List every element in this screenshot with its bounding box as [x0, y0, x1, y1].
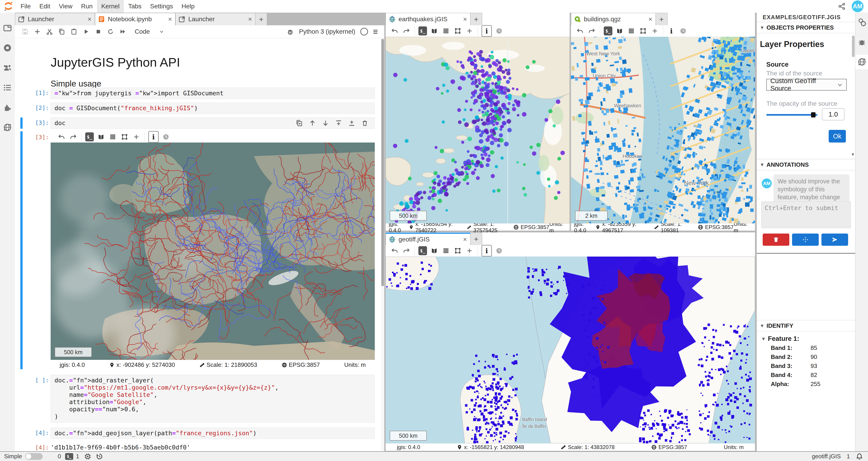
new-tab-button[interactable]: +	[470, 13, 482, 25]
grid-icon[interactable]	[108, 132, 117, 141]
copy-icon[interactable]	[57, 27, 66, 36]
ok-button[interactable]: Ok	[829, 130, 846, 142]
france-map[interactable]: 500 km	[51, 142, 375, 360]
run-icon[interactable]	[82, 27, 91, 36]
cut-icon[interactable]	[45, 27, 54, 36]
simple-mode-toggle[interactable]	[25, 453, 43, 460]
table-of-contents-icon[interactable]	[3, 83, 12, 92]
identify-feature-header[interactable]: ▾ Feature 1:	[757, 335, 855, 342]
menu-kernel[interactable]: Kernel	[97, 0, 124, 13]
temporal-icon[interactable]	[495, 26, 504, 35]
console-icon[interactable]: $_	[604, 26, 612, 35]
identify-icon[interactable]: i	[482, 25, 492, 37]
active-document-label[interactable]: geotiff.jGIS	[812, 453, 841, 460]
extent-icon[interactable]	[120, 132, 129, 141]
opacity-slider-handle[interactable]	[811, 112, 815, 118]
basemap-icon[interactable]	[430, 246, 439, 255]
close-icon[interactable]: ×	[458, 236, 467, 243]
opacity-slider[interactable]	[766, 114, 817, 116]
notebook-menu-icon[interactable]: ≡	[373, 29, 378, 34]
grid-icon[interactable]	[441, 246, 451, 255]
file-browser-icon[interactable]	[3, 24, 12, 33]
objects-properties-section-header[interactable]: ▾ OBJECTS PROPERTIES	[757, 22, 855, 33]
temporal-icon[interactable]	[679, 26, 688, 35]
tab-launcher-2[interactable]: Launcher ×	[176, 13, 255, 25]
tab-notebook[interactable]: Notebook.ipynb ×	[95, 13, 176, 25]
share-icon[interactable]	[838, 2, 846, 10]
basemap-icon[interactable]	[615, 26, 624, 35]
gis-properties-tab-active[interactable]	[855, 55, 868, 69]
user-avatar[interactable]: AM	[852, 0, 864, 12]
running-kernels-icon[interactable]	[3, 43, 12, 53]
temporal-icon[interactable]	[495, 246, 504, 255]
geotiff-map[interactable]: · Baffin Island · Île de Baffin 500 km	[385, 257, 755, 443]
extensions-icon[interactable]	[3, 103, 12, 112]
grid-icon[interactable]	[441, 26, 451, 35]
code-cell[interactable]: ="kw">from jupytergis ="kw">import GISDo…	[51, 88, 375, 99]
new-tab-button[interactable]: +	[255, 13, 267, 25]
basemap-icon[interactable]	[430, 26, 439, 35]
kernel-chip-icon[interactable]	[84, 453, 91, 460]
tab-earthquakes[interactable]: earthquakes.jGIS ×	[385, 13, 470, 25]
add-layer-icon[interactable]	[132, 132, 141, 141]
close-icon[interactable]: ×	[162, 15, 172, 23]
move-cell-down-icon[interactable]	[322, 120, 329, 127]
code-cell[interactable]: doc.="fn">add_geojson_layer(path="france…	[51, 428, 375, 439]
console-icon[interactable]: $_	[418, 246, 427, 255]
undo-icon[interactable]	[576, 26, 585, 35]
tab-launcher-1[interactable]: Launcher ×	[15, 13, 95, 25]
move-cell-up-icon[interactable]	[309, 120, 316, 127]
history-icon[interactable]	[96, 453, 103, 460]
annotations-section-header[interactable]: ▾ ANNOTATIONS	[757, 159, 855, 170]
close-icon[interactable]: ×	[643, 15, 652, 23]
undo-icon[interactable]	[390, 26, 399, 35]
redo-icon[interactable]	[69, 132, 78, 141]
notifications-bell-icon[interactable]	[856, 453, 863, 460]
save-icon[interactable]	[21, 27, 30, 36]
menu-settings[interactable]: Settings	[146, 0, 177, 13]
extent-icon[interactable]	[453, 26, 462, 35]
insert-cell-icon[interactable]	[33, 27, 42, 36]
gis-panel-icon[interactable]	[3, 123, 12, 132]
grid-icon[interactable]	[627, 26, 636, 35]
menu-file[interactable]: File	[16, 0, 35, 13]
new-tab-button[interactable]: +	[656, 13, 668, 25]
debugger-icon[interactable]	[286, 28, 294, 35]
undo-icon[interactable]	[390, 246, 399, 255]
notebook-scrollbar[interactable]	[381, 38, 384, 452]
undo-icon[interactable]	[57, 132, 66, 141]
console-icon[interactable]: $_	[418, 26, 427, 35]
extent-icon[interactable]	[639, 26, 648, 35]
add-layer-icon[interactable]	[465, 26, 474, 35]
earthquakes-map[interactable]: 500 km	[385, 37, 569, 223]
add-layer-icon[interactable]	[465, 246, 474, 255]
debugger-sidebar-icon[interactable]	[857, 37, 866, 46]
insert-cell-above-icon[interactable]	[335, 120, 342, 127]
center-annotation-button[interactable]	[792, 234, 819, 246]
delete-annotation-button[interactable]	[763, 234, 789, 246]
menu-tabs[interactable]: Tabs	[124, 0, 146, 13]
close-icon[interactable]: ×	[243, 15, 252, 23]
basemap-icon[interactable]	[96, 132, 105, 141]
identify-icon[interactable]: i	[667, 26, 676, 35]
identify-icon[interactable]: i	[482, 245, 492, 257]
annotation-input[interactable]	[761, 201, 851, 228]
source-select[interactable]: Custom GeoTiff Source	[766, 79, 847, 91]
menu-run[interactable]: Run	[77, 0, 97, 13]
console-icon[interactable]: $_	[85, 132, 94, 141]
tab-buildings[interactable]: buildings.qgz ×	[571, 13, 656, 25]
scroll-down-icon[interactable]: ▾	[852, 152, 854, 157]
new-tab-button[interactable]: +	[470, 233, 482, 245]
buildings-map[interactable]: West New York Union City Weehawken Hobok…	[571, 37, 755, 223]
extent-icon[interactable]	[453, 246, 462, 255]
collaborators-icon[interactable]	[3, 63, 12, 72]
run-all-icon[interactable]	[118, 27, 127, 36]
close-icon[interactable]: ×	[458, 15, 467, 23]
identify-section-header[interactable]: ▾ IDENTIFY	[757, 320, 855, 331]
redo-icon[interactable]	[402, 26, 411, 35]
menu-edit[interactable]: Edit	[35, 0, 55, 13]
terminals-count[interactable]: 0	[58, 453, 61, 460]
temporal-icon[interactable]	[161, 132, 170, 141]
menu-help[interactable]: Help	[177, 0, 199, 13]
kernels-count[interactable]: 1	[76, 453, 79, 460]
